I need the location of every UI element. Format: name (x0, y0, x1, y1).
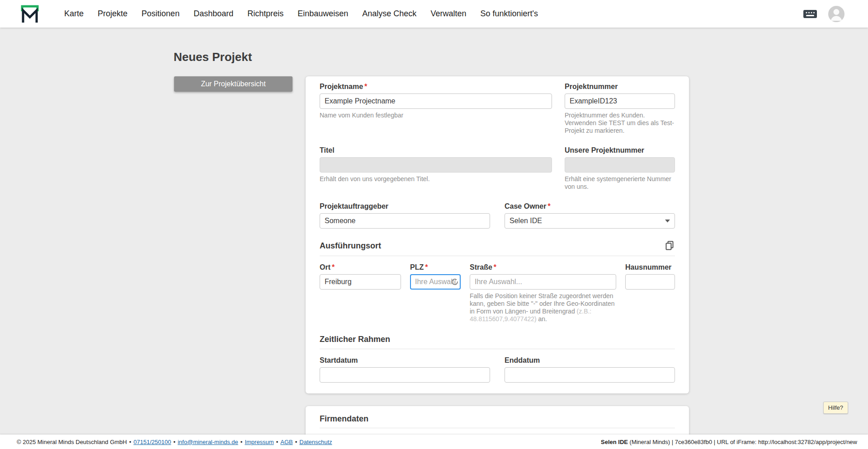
strasse-label-text: Straße (470, 263, 492, 271)
ort-label: Ort* (320, 263, 401, 271)
section-zeitlicher-rahmen-header: Zeitlicher Rahmen (320, 335, 675, 344)
enddatum-input[interactable] (505, 367, 675, 383)
ort-label-text: Ort (320, 263, 330, 271)
keyboard-icon[interactable] (803, 9, 817, 19)
copyright-text: © 2025 Mineral Minds Deutschland GmbH (17, 439, 127, 445)
unsere-projektnummer-field: Unsere Projektnummer Erhält eine systemg… (565, 146, 675, 191)
startdatum-input[interactable] (320, 367, 490, 383)
required-asterisk: * (547, 202, 550, 210)
footer-separator: • (129, 439, 132, 445)
strasse-field: Straße* Falls die Position keiner Straße… (470, 263, 616, 323)
plz-label: PLZ* (410, 263, 461, 271)
ort-field: Ort* (320, 263, 401, 323)
nav-item-analyse-check[interactable]: Analyse Check (362, 9, 416, 19)
projektauftraggeber-input[interactable] (320, 213, 490, 229)
nav-item-karte[interactable]: Karte (64, 9, 84, 19)
page-content: Neues Projekt Zur Projektübersicht Proje… (0, 28, 868, 435)
section-divider (320, 256, 675, 256)
person-icon (828, 6, 844, 22)
footer-separator: • (276, 439, 278, 445)
footer-session-info: Selen IDE (Mineral Minds) | 7ce360e83fb0… (601, 439, 857, 445)
case-owner-label-text: Case Owner (505, 202, 546, 210)
case-owner-select[interactable]: Selen IDE (505, 213, 675, 229)
form-row-name-number: Projektname* Name vom Kunden festlegbar … (320, 83, 675, 135)
logo-icon (20, 4, 40, 24)
required-asterisk: * (494, 263, 496, 271)
strasse-label: Straße* (470, 263, 616, 271)
projektauftraggeber-field: Projektauftraggeber (320, 202, 490, 229)
titel-label: Titel (320, 146, 552, 154)
titel-field: Titel Erhält den von uns vorgegebenen Ti… (320, 146, 552, 191)
nav-item-projekte[interactable]: Projekte (98, 9, 127, 19)
projektnummer-field: Projektnummer Projektnummer des Kunden. … (565, 83, 675, 135)
footer-separator: • (173, 439, 175, 445)
projektname-input[interactable] (320, 94, 552, 109)
project-form-card: Projektname* Name vom Kunden festlegbar … (306, 76, 689, 393)
mineral-minds-logo[interactable] (20, 4, 40, 24)
page-title: Neues Projekt (174, 50, 252, 64)
footer-user-name: Selen IDE (601, 439, 628, 445)
nav-links: Karte Projekte Positionen Dashboard Rich… (64, 9, 538, 19)
section-divider (320, 349, 675, 349)
footer-separator: • (241, 439, 243, 445)
hausnummer-input[interactable] (625, 274, 675, 290)
plz-input-wrap (410, 274, 461, 290)
strasse-input[interactable] (470, 274, 616, 290)
nav-item-positionen[interactable]: Positionen (142, 9, 179, 19)
projektname-helper: Name vom Kunden festlegbar (320, 112, 552, 119)
ort-input[interactable] (320, 274, 401, 290)
nav-item-so-funktionierts[interactable]: So funktioniert's (480, 9, 538, 19)
titel-input (320, 157, 552, 173)
loading-spinner-icon (451, 278, 458, 285)
case-owner-label: Case Owner* (505, 202, 675, 210)
form-row-dates: Startdatum Enddatum (320, 356, 675, 383)
form-row-client-owner: Projektauftraggeber Case Owner* Selen ID… (320, 202, 675, 229)
projektname-label: Projektname* (320, 83, 552, 91)
section-ausfuehrungsort-title: Ausführungsort (320, 241, 381, 251)
section-zeitlicher-rahmen-title: Zeitlicher Rahmen (320, 335, 390, 344)
titel-helper: Erhält den von uns vorgegebenen Titel. (320, 175, 552, 183)
chevron-down-icon (665, 220, 670, 223)
user-avatar[interactable] (828, 6, 844, 22)
enddatum-field: Enddatum (505, 356, 675, 383)
footer-link-impressum[interactable]: Impressum (245, 439, 274, 445)
help-button[interactable]: Hilfe? (823, 402, 848, 414)
hausnummer-field: Hausnummer (625, 263, 675, 323)
unsere-projektnummer-input (565, 157, 675, 173)
projektnummer-helper: Projektnummer des Kunden. Verwenden Sie … (565, 112, 675, 135)
projektauftraggeber-label: Projektauftraggeber (320, 202, 490, 210)
section-ausfuehrungsort-header: Ausführungsort (320, 240, 675, 251)
form-row-location: Ort* PLZ* (320, 263, 675, 323)
section-firmendaten-title: Firmendaten (320, 414, 675, 424)
footer-link-datenschutz[interactable]: Datenschutz (299, 439, 332, 445)
footer-link-email[interactable]: info@mineral-minds.de (178, 439, 238, 445)
section-divider (320, 428, 675, 428)
enddatum-label: Enddatum (505, 356, 675, 365)
unsere-projektnummer-label: Unsere Projektnummer (565, 146, 675, 154)
nav-item-verwalten[interactable]: Verwalten (430, 9, 466, 19)
back-to-projects-button[interactable]: Zur Projektübersicht (174, 76, 292, 92)
plz-label-text: PLZ (410, 263, 424, 271)
startdatum-field: Startdatum (320, 356, 490, 383)
company-data-card: Firmendaten (306, 406, 689, 435)
required-asterisk: * (425, 263, 428, 271)
projektnummer-input[interactable] (565, 94, 675, 109)
footer-link-phone[interactable]: 07151/250100 (133, 439, 171, 445)
nav-item-richtpreis[interactable]: Richtpreis (247, 9, 283, 19)
case-owner-selected-value: Selen IDE (509, 217, 542, 225)
footer-left: © 2025 Mineral Minds Deutschland GmbH • … (17, 439, 332, 445)
projektnummer-label: Projektnummer (565, 83, 675, 91)
nav-item-dashboard[interactable]: Dashboard (193, 9, 233, 19)
hausnummer-label: Hausnummer (625, 263, 675, 271)
strasse-helper: Falls die Position keiner Straße zugeord… (470, 292, 616, 323)
strasse-helper-suffix: an. (537, 315, 547, 323)
copy-location-button[interactable] (664, 240, 675, 251)
startdatum-label: Startdatum (320, 356, 490, 365)
strasse-helper-main: Falls die Position keiner Straße zugeord… (470, 292, 614, 315)
footer-session-text: (Mineral Minds) | 7ce360e83fb0 | URL of … (628, 439, 857, 445)
projektname-label-text: Projektname (320, 83, 363, 90)
footer-link-agb[interactable]: AGB (280, 439, 292, 445)
required-asterisk: * (364, 83, 367, 90)
footer: © 2025 Mineral Minds Deutschland GmbH • … (0, 435, 868, 449)
nav-item-einbauweisen[interactable]: Einbauweisen (297, 9, 348, 19)
